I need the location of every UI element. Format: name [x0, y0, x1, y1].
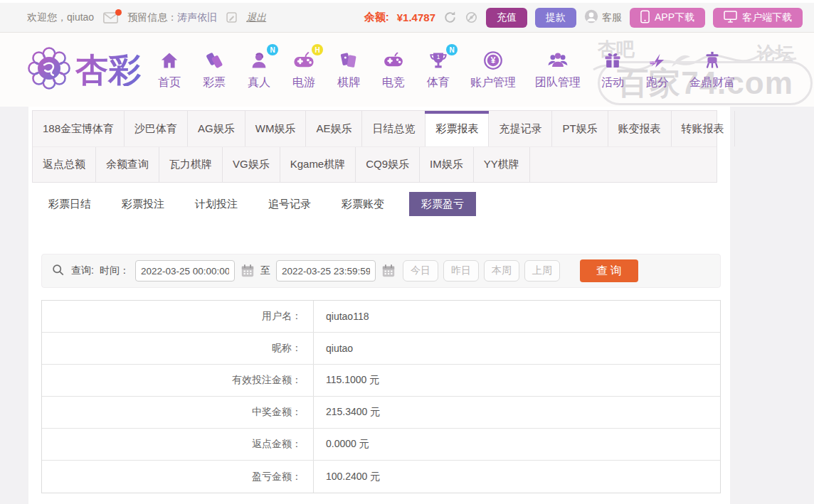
tab-row1-6[interactable]: 彩票报表: [426, 111, 489, 146]
golden-tripod-icon: [699, 49, 725, 72]
tab-row2-7[interactable]: YY棋牌: [474, 147, 530, 182]
nav-item-label: 体育: [427, 75, 450, 90]
nav-item-label: 团队管理: [535, 75, 581, 90]
nav-item-team[interactable]: 团队管理: [535, 49, 581, 90]
hide-balance-icon[interactable]: [465, 11, 478, 24]
nav-item-lottery[interactable]: 彩票: [201, 49, 227, 90]
subtab-3[interactable]: 追号记录: [263, 198, 317, 211]
app-download-button[interactable]: APP下载: [630, 8, 705, 28]
content-panel: 188金宝博体育沙巴体育AG娱乐WM娱乐AE娱乐日结总览彩票报表充提记录PT娱乐…: [28, 107, 730, 504]
nav-item-esports[interactable]: 电竞: [381, 49, 406, 90]
calendar-from-icon[interactable]: [240, 264, 255, 278]
board-cards-icon: [336, 49, 361, 72]
search-icon: [52, 264, 64, 278]
tab-row2-3[interactable]: VG娱乐: [223, 147, 280, 182]
client-download-button[interactable]: 客户端下载: [713, 8, 803, 28]
refresh-balance-icon[interactable]: [443, 11, 457, 24]
tab-row1-2[interactable]: AG娱乐: [188, 111, 245, 146]
svg-text:¥: ¥: [491, 55, 496, 65]
date-from-input[interactable]: [135, 260, 235, 282]
date-to-input[interactable]: [276, 260, 376, 282]
nav-item-activity[interactable]: 活动: [600, 49, 625, 90]
quick-range-button-3[interactable]: 上周: [524, 260, 560, 282]
subtab-5[interactable]: 彩票盈亏: [409, 192, 476, 216]
logo-emblem-icon: [27, 46, 71, 93]
home-icon: [157, 49, 182, 72]
table-row: 盈亏金额：100.2400 元: [42, 461, 720, 493]
tab-row1-4[interactable]: AE娱乐: [306, 111, 362, 146]
row-label: 盈亏金额：: [42, 461, 314, 493]
nav-item-label: 电竞: [382, 75, 405, 90]
unread-dot: [115, 9, 122, 16]
row-value: 115.1000 元: [314, 365, 720, 396]
report-tabs: 188金宝博体育沙巴体育AG娱乐WM娱乐AE娱乐日结总览彩票报表充提记录PT娱乐…: [32, 110, 717, 183]
quick-range-buttons: 今日昨日本周上周: [403, 260, 560, 282]
tab-row1-10[interactable]: 转账报表: [672, 111, 735, 146]
gift-icon: [600, 49, 625, 72]
main-nav: 杏彩 首页彩票N真人H电游棋牌电竞1N体育¥账户管理团队管理活动RUN跑分金鼎财…: [0, 33, 814, 107]
quick-range-button-1[interactable]: 昨日: [443, 260, 479, 282]
monitor-icon: [724, 11, 737, 25]
tab-row2-0[interactable]: 返点总额: [33, 147, 96, 182]
quick-range-button-0[interactable]: 今日: [403, 260, 438, 282]
tab-row1-9[interactable]: 账变报表: [608, 111, 672, 146]
tab-row1-1[interactable]: 沙巴体育: [125, 111, 188, 146]
nav-item-home[interactable]: 首页: [157, 49, 182, 90]
row-value: 215.3400 元: [314, 397, 720, 428]
tab-row2-2[interactable]: 瓦力棋牌: [159, 147, 223, 182]
calendar-to-icon[interactable]: [381, 264, 396, 278]
table-row: 返点金额：0.0000 元: [42, 429, 720, 461]
nav-items: 首页彩票N真人H电游棋牌电竞1N体育¥账户管理团队管理活动RUN跑分金鼎财富: [157, 49, 735, 90]
customer-service-button[interactable]: 客服: [584, 9, 622, 26]
balance-label: 余额:: [364, 11, 389, 24]
row-label: 返点金额：: [42, 429, 314, 460]
lottery-ticket-icon: [201, 49, 227, 72]
query-submit-button[interactable]: 查 询: [580, 259, 638, 282]
nav-item-account[interactable]: ¥账户管理: [470, 49, 516, 90]
table-row: 有效投注金额：115.1000 元: [42, 365, 720, 397]
nav-item-label: 棋牌: [337, 75, 360, 90]
badge-n-icon: N: [446, 44, 458, 55]
tab-row1-3[interactable]: WM娱乐: [245, 111, 307, 146]
tab-row2-4[interactable]: Kgame棋牌: [280, 147, 356, 182]
nav-item-paofen[interactable]: RUN跑分: [645, 49, 670, 90]
query-bar: 查询: 时间： 至 今日昨日本周上周 查 询: [41, 254, 721, 288]
nav-item-live[interactable]: N真人: [246, 49, 272, 90]
mail-icon[interactable]: [103, 12, 118, 23]
row-value: qiutao: [314, 333, 720, 364]
table-row: 昵称：qiutao: [42, 333, 720, 365]
withdraw-button[interactable]: 提款: [535, 8, 576, 28]
tab-row1-7[interactable]: 充提记录: [489, 111, 552, 146]
subtab-2[interactable]: 计划投注: [189, 198, 243, 211]
row-value: qiutao118: [314, 301, 720, 332]
edit-icon[interactable]: [226, 12, 237, 23]
subtab-4[interactable]: 彩票账变: [336, 198, 390, 211]
tab-row1-0[interactable]: 188金宝博体育: [33, 111, 125, 146]
badge-h-icon: H: [312, 44, 323, 55]
quick-range-button-2[interactable]: 本周: [484, 260, 519, 282]
nav-item-sports[interactable]: 1N体育: [426, 49, 451, 90]
subtab-1[interactable]: 彩票投注: [116, 198, 170, 211]
live-dealer-icon: N: [246, 49, 272, 72]
subtab-0[interactable]: 彩票日结: [43, 198, 97, 211]
site-logo[interactable]: 杏彩: [27, 46, 141, 93]
nav-item-wealth[interactable]: 金鼎财富: [689, 49, 735, 90]
row-label: 昵称：: [42, 333, 314, 364]
watermark-text-right: 论坛: [757, 41, 794, 66]
table-row: 用户名：qiutao118: [42, 301, 720, 333]
time-label: 时间：: [100, 264, 130, 277]
tab-row2-1[interactable]: 余额查询: [96, 147, 159, 182]
account-coin-icon: ¥: [480, 49, 506, 72]
tab-row1-8[interactable]: PT娱乐: [552, 111, 608, 146]
recharge-button[interactable]: 充值: [486, 8, 527, 28]
esports-gamepad-icon: [381, 49, 406, 72]
tab-row2-6[interactable]: IM娱乐: [420, 147, 474, 182]
nav-item-egame[interactable]: H电游: [291, 49, 317, 90]
tab-row2-5[interactable]: CQ9娱乐: [356, 147, 420, 182]
nav-item-cards[interactable]: 棋牌: [336, 49, 361, 90]
logout-link[interactable]: 退出: [246, 11, 266, 24]
tab-row1-5[interactable]: 日结总览: [362, 111, 426, 146]
row-value: 100.2400 元: [314, 461, 720, 493]
nav-item-label: 真人: [248, 75, 270, 90]
row-label: 用户名：: [42, 301, 314, 332]
